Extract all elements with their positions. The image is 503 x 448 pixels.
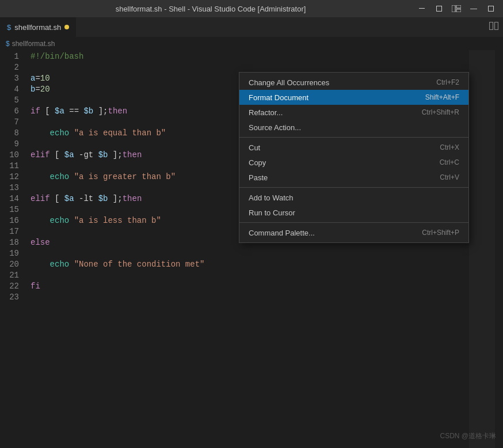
menu-item-source-action[interactable]: Source Action... <box>239 120 468 135</box>
menu-item-add-to-watch[interactable]: Add to Watch <box>239 190 468 205</box>
menu-shortcut-cut: Ctrl+X <box>440 143 459 151</box>
layouts-button[interactable] <box>450 3 463 14</box>
breadcrumb-path: shellformat.sh <box>12 40 55 48</box>
scrollbar[interactable] <box>495 50 503 448</box>
menu-label-format-document: Format Document <box>249 93 308 102</box>
menu-item-paste[interactable]: Paste Ctrl+V <box>239 170 468 185</box>
menu-item-run-to-cursor[interactable]: Run to Cursor <box>239 205 468 220</box>
svg-rect-1 <box>437 6 442 12</box>
window-controls: — <box>416 3 497 14</box>
menu-item-format-document[interactable]: Format Document Shift+Alt+F <box>239 90 468 105</box>
code-line-1: #!/bin/bash <box>31 51 503 62</box>
minimap <box>469 50 495 448</box>
tab-filename: shellformat.sh <box>14 23 61 32</box>
line-numbers: 1 2 3 4 5 6 7 8 9 10 11 12 13 14 15 16 1… <box>0 50 26 448</box>
menu-shortcut-format-document: Shift+Alt+F <box>425 93 459 101</box>
title-bar: shellformat.sh - Shell - Visual Studio C… <box>0 0 503 17</box>
breadcrumb-icon: $ <box>6 40 10 48</box>
code-line-23 <box>31 292 503 303</box>
tab-modified-indicator <box>64 25 69 29</box>
svg-rect-7 <box>495 22 498 29</box>
window-title: shellformat.sh - Shell - Visual Studio C… <box>6 5 416 13</box>
close-button[interactable]: — <box>467 3 480 14</box>
menu-separator-1 <box>239 137 468 138</box>
watermark: CSDN @道格卡琳 <box>440 431 496 441</box>
tab-bar: $ shellformat.sh <box>0 17 503 37</box>
svg-rect-0 <box>419 8 425 9</box>
code-line-22: fi <box>31 281 503 292</box>
context-menu: Change All Occurrences Ctrl+F2 Format Do… <box>239 72 469 243</box>
menu-label-command-palette: Command Palette... <box>249 229 315 237</box>
svg-rect-6 <box>490 22 493 29</box>
menu-shortcut-copy: Ctrl+C <box>440 158 459 166</box>
minimize-button[interactable] <box>416 3 428 14</box>
editor-tab[interactable]: $ shellformat.sh <box>0 17 77 37</box>
split-editor-button[interactable] <box>485 22 503 33</box>
menu-separator-2 <box>239 187 468 188</box>
restore-button[interactable] <box>485 3 497 14</box>
menu-item-refactor[interactable]: Refactor... Ctrl+Shift+R <box>239 105 468 120</box>
menu-label-run-to-cursor: Run to Cursor <box>249 208 295 217</box>
menu-label-paste: Paste <box>249 173 268 182</box>
breadcrumb: $ shellformat.sh <box>0 37 503 50</box>
tab-icon: $ <box>7 23 11 32</box>
menu-label-cut: Cut <box>249 143 260 152</box>
menu-shortcut-paste: Ctrl+V <box>440 173 459 181</box>
menu-item-copy[interactable]: Copy Ctrl+C <box>239 155 468 170</box>
menu-item-change-all[interactable]: Change All Occurrences Ctrl+F2 <box>239 75 468 90</box>
menu-label-copy: Copy <box>249 158 266 167</box>
svg-rect-4 <box>456 9 461 12</box>
menu-label-source-action: Source Action... <box>249 123 301 132</box>
menu-item-command-palette[interactable]: Command Palette... Ctrl+Shift+P <box>239 225 468 240</box>
menu-item-cut[interactable]: Cut Ctrl+X <box>239 140 468 155</box>
svg-rect-3 <box>456 5 461 8</box>
svg-rect-2 <box>452 5 455 12</box>
maximize-button[interactable] <box>433 3 445 14</box>
code-line-21 <box>31 270 503 281</box>
code-line-19 <box>31 248 503 259</box>
menu-label-add-to-watch: Add to Watch <box>249 193 294 202</box>
menu-shortcut-refactor: Ctrl+Shift+R <box>422 108 459 116</box>
menu-label-change-all: Change All Occurrences <box>249 78 329 87</box>
svg-rect-5 <box>489 6 494 12</box>
code-line-20: echo "None of the condition met" <box>31 259 503 270</box>
menu-label-refactor: Refactor... <box>249 108 283 117</box>
menu-shortcut-command-palette: Ctrl+Shift+P <box>422 229 459 237</box>
menu-separator-3 <box>239 222 468 223</box>
menu-shortcut-change-all: Ctrl+F2 <box>436 78 459 86</box>
